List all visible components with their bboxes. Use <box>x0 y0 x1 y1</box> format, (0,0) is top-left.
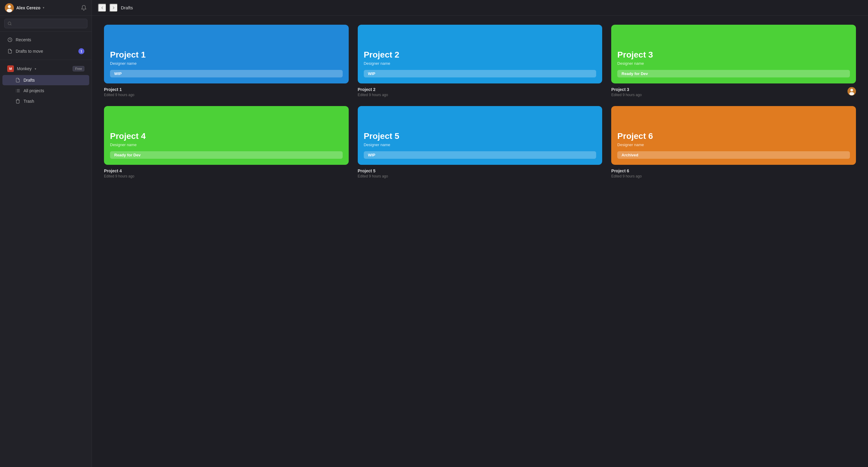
project-card-3[interactable]: Project 3 Designer name Ready for Dev Pr… <box>611 25 856 97</box>
project-card-6[interactable]: Project 6 Designer name Archived Project… <box>611 106 856 178</box>
trash-icon <box>15 98 21 104</box>
project-thumbnail-4: Project 4 Designer name Ready for Dev <box>104 106 349 165</box>
forward-button[interactable] <box>110 4 118 12</box>
project-info-2: Project 2 Edited 9 hours ago <box>358 87 602 97</box>
project-name-3: Project 3 <box>611 87 642 92</box>
workspace-avatar: M <box>7 65 14 72</box>
user-chevron-icon: ▾ <box>43 6 44 9</box>
project-name-2: Project 2 <box>358 87 388 92</box>
project-name-6: Project 6 <box>611 168 642 173</box>
project-thumbnail-2: Project 2 Designer name WIP <box>358 25 602 84</box>
workspace-sub-items: Drafts All projects <box>0 75 92 106</box>
project-card-1[interactable]: Project 1 Designer name WIP Project 1 Ed… <box>104 25 349 97</box>
drafts-label: Drafts <box>24 78 35 83</box>
main-content: Drafts Project 1 Designer name WIP Proje… <box>92 0 868 467</box>
project-name-1: Project 1 <box>104 87 134 92</box>
project-card-4[interactable]: Project 4 Designer name Ready for Dev Pr… <box>104 106 349 178</box>
svg-point-13 <box>850 89 853 92</box>
project-edited-3: Edited 9 hours ago <box>611 93 642 97</box>
sidebar-item-trash[interactable]: Trash <box>2 96 89 106</box>
project-status-badge-6: Archived <box>617 151 850 159</box>
sidebar: Alex Cerezo ▾ Recent <box>0 0 92 467</box>
back-button[interactable] <box>98 4 106 12</box>
drafts-to-move-badge: 1 <box>79 48 84 54</box>
project-thumbnail-6: Project 6 Designer name Archived <box>611 106 856 165</box>
project-avatar-3 <box>847 87 856 95</box>
recents-label: Recents <box>16 37 31 42</box>
project-status-badge-4: Ready for Dev <box>110 151 343 159</box>
project-thumb-title-3: Project 3 <box>617 50 850 60</box>
user-menu[interactable]: Alex Cerezo ▾ <box>5 3 44 12</box>
project-status-badge-3: Ready for Dev <box>617 70 850 77</box>
all-projects-icon <box>15 88 21 93</box>
workspace-name: Monkey <box>17 66 32 71</box>
workspace-chevron-icon: ▾ <box>35 67 36 70</box>
project-thumb-designer-5: Designer name <box>364 143 596 147</box>
sidebar-item-drafts[interactable]: Drafts <box>2 75 89 85</box>
recents-icon <box>7 37 13 42</box>
free-badge: Free <box>73 66 84 71</box>
project-name-4: Project 4 <box>104 168 134 173</box>
svg-line-4 <box>10 24 11 25</box>
drafts-to-move-icon <box>7 49 13 54</box>
sidebar-item-all-projects[interactable]: All projects <box>2 86 89 96</box>
project-thumb-designer-3: Designer name <box>617 61 850 66</box>
project-edited-5: Edited 9 hours ago <box>358 174 388 178</box>
project-thumb-title-2: Project 2 <box>364 50 596 60</box>
project-info-1: Project 1 Edited 9 hours ago <box>104 87 349 97</box>
project-edited-4: Edited 9 hours ago <box>104 174 134 178</box>
project-edited-2: Edited 9 hours ago <box>358 93 388 97</box>
project-card-5[interactable]: Project 5 Designer name WIP Project 5 Ed… <box>358 106 602 178</box>
search-icon <box>7 21 12 26</box>
project-card-2[interactable]: Project 2 Designer name WIP Project 2 Ed… <box>358 25 602 97</box>
projects-grid: Project 1 Designer name WIP Project 1 Ed… <box>104 25 856 178</box>
project-thumb-designer-2: Designer name <box>364 61 596 66</box>
project-edited-1: Edited 9 hours ago <box>104 93 134 97</box>
svg-point-2 <box>7 9 12 12</box>
project-thumb-title-4: Project 4 <box>110 131 343 141</box>
project-thumb-title-1: Project 1 <box>110 50 343 60</box>
project-info-4: Project 4 Edited 9 hours ago <box>104 168 349 178</box>
project-status-badge-5: WIP <box>364 151 596 159</box>
user-name: Alex Cerezo <box>16 5 40 10</box>
workspace-header[interactable]: M Monkey ▾ Free <box>2 63 89 75</box>
project-status-badge-2: WIP <box>364 70 596 77</box>
user-header: Alex Cerezo ▾ <box>0 0 92 15</box>
project-info-6: Project 6 Edited 9 hours ago <box>611 168 856 178</box>
project-info-3: Project 3 Edited 9 hours ago <box>611 87 856 97</box>
all-projects-label: All projects <box>24 88 44 93</box>
project-edited-6: Edited 9 hours ago <box>611 174 642 178</box>
project-thumb-title-6: Project 6 <box>617 131 850 141</box>
project-thumbnail-5: Project 5 Designer name WIP <box>358 106 602 165</box>
project-thumb-designer-4: Designer name <box>110 143 343 147</box>
user-avatar <box>5 3 14 12</box>
content-area: Project 1 Designer name WIP Project 1 Ed… <box>92 15 868 467</box>
svg-point-14 <box>849 92 854 95</box>
project-thumbnail-1: Project 1 Designer name WIP <box>104 25 349 84</box>
search-bar[interactable] <box>4 19 87 28</box>
drafts-icon <box>15 77 21 83</box>
svg-point-1 <box>8 5 11 8</box>
project-thumb-designer-1: Designer name <box>110 61 343 66</box>
project-name-5: Project 5 <box>358 168 388 173</box>
sidebar-item-recents[interactable]: Recents <box>2 34 89 45</box>
trash-label: Trash <box>24 99 34 104</box>
top-nav-section: Recents Drafts to move 1 <box>0 32 92 60</box>
project-info-5: Project 5 Edited 9 hours ago <box>358 168 602 178</box>
project-thumb-title-5: Project 5 <box>364 131 596 141</box>
search-area <box>0 15 92 32</box>
notifications-button[interactable] <box>81 5 87 11</box>
project-status-badge-1: WIP <box>110 70 343 77</box>
sidebar-item-drafts-to-move[interactable]: Drafts to move 1 <box>2 45 89 57</box>
project-thumb-designer-6: Designer name <box>617 143 850 147</box>
workspace-section: M Monkey ▾ Free Drafts <box>0 60 92 109</box>
project-thumbnail-3: Project 3 Designer name Ready for Dev <box>611 25 856 84</box>
topbar: Drafts <box>92 0 868 15</box>
page-title: Drafts <box>121 5 133 10</box>
drafts-to-move-label: Drafts to move <box>16 49 43 54</box>
